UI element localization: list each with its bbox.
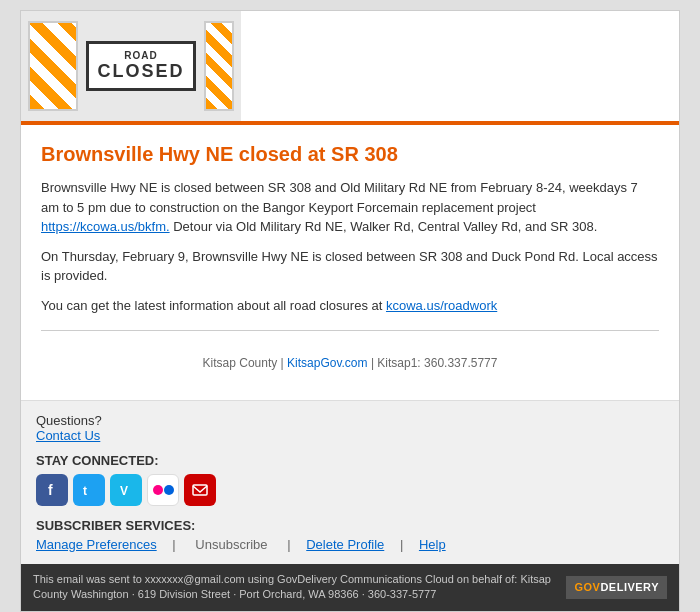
manage-preferences-link[interactable]: Manage Preferences bbox=[36, 537, 157, 552]
road-closed-sign: ROAD CLOSED bbox=[86, 41, 195, 91]
bottom-section: Questions? Contact Us STAY CONNECTED: f … bbox=[21, 400, 679, 564]
very-bottom-bar: This email was sent to xxxxxxx@gmail.com… bbox=[21, 564, 679, 611]
flickr-icon[interactable] bbox=[147, 474, 179, 506]
closed-text: CLOSED bbox=[97, 61, 184, 82]
bkfm-link[interactable]: https://kcowa.us/bkfm. bbox=[41, 219, 170, 234]
road-text: ROAD bbox=[97, 50, 184, 61]
hazard-stripes-left bbox=[28, 21, 78, 111]
svg-text:V: V bbox=[120, 484, 128, 498]
stay-connected-label: STAY CONNECTED: bbox=[36, 453, 664, 468]
paragraph-2: On Thursday, February 9, Brownsville Hwy… bbox=[41, 247, 659, 286]
vimeo-icon[interactable]: V bbox=[110, 474, 142, 506]
article-title: Brownsville Hwy NE closed at SR 308 bbox=[41, 143, 659, 166]
email-header: ROAD CLOSED KITSAP COUNTY WASHINGTON bbox=[21, 11, 679, 121]
hazard-stripes-right bbox=[204, 21, 234, 111]
svg-text:t: t bbox=[83, 484, 87, 498]
govdelivery-logo: GOVDELIVERY bbox=[566, 576, 667, 599]
roadwork-link[interactable]: kcowa.us/roadwork bbox=[386, 298, 497, 313]
svg-rect-9 bbox=[193, 485, 207, 495]
legal-text: This email was sent to xxxxxxx@gmail.com… bbox=[33, 572, 556, 603]
footer-links: Kitsap County | KitsapGov.com | Kitsap1:… bbox=[41, 346, 659, 380]
questions-label: Questions? bbox=[36, 413, 102, 428]
content-divider bbox=[41, 330, 659, 331]
paragraph-1: Brownsville Hwy NE is closed between SR … bbox=[41, 178, 659, 237]
delete-profile-link[interactable]: Delete Profile bbox=[306, 537, 384, 552]
svg-text:f: f bbox=[48, 482, 53, 498]
contact-us-link[interactable]: Contact Us bbox=[36, 428, 100, 443]
kitsapgov-link[interactable]: KitsapGov.com bbox=[287, 356, 367, 370]
twitter-icon[interactable]: t bbox=[73, 474, 105, 506]
road-closed-image: ROAD CLOSED bbox=[21, 11, 241, 121]
email-content: Brownsville Hwy NE closed at SR 308 Brow… bbox=[21, 125, 679, 400]
unsubscribe-text: Unsubscribe bbox=[195, 537, 267, 552]
help-link[interactable]: Help bbox=[419, 537, 446, 552]
social-icons-row: f t V bbox=[36, 474, 664, 506]
email-icon[interactable] bbox=[184, 474, 216, 506]
subscriber-services-label: SUBSCRIBER SERVICES: bbox=[36, 518, 664, 533]
paragraph-3: You can get the latest information about… bbox=[41, 296, 659, 316]
subscriber-links: Manage Preferences | Unsubscribe | Delet… bbox=[36, 537, 664, 552]
questions-block: Questions? Contact Us bbox=[36, 413, 664, 443]
facebook-icon[interactable]: f bbox=[36, 474, 68, 506]
